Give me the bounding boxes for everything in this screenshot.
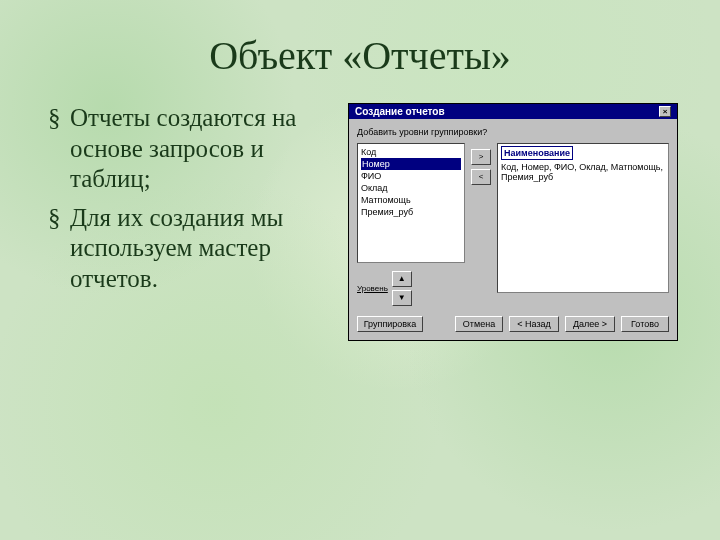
list-item[interactable]: Код xyxy=(361,146,461,158)
bullet-list: § Отчеты создаются на основе запросов и … xyxy=(48,103,328,341)
add-button[interactable]: > xyxy=(471,149,491,165)
dialog-titlebar[interactable]: Создание отчетов × xyxy=(349,104,677,119)
dialog-title: Создание отчетов xyxy=(355,106,445,117)
spacer xyxy=(429,316,449,332)
bullet-mark: § xyxy=(48,103,70,195)
list-item[interactable]: Оклад xyxy=(361,182,461,194)
tier-buttons: ▲ ▼ xyxy=(392,271,412,306)
priority-down-button[interactable]: ▼ xyxy=(392,290,412,306)
grouping-fields: Код, Номер, ФИО, Оклад, Матпомощь, Преми… xyxy=(501,162,665,182)
list-item[interactable]: Матпомощь xyxy=(361,194,461,206)
finish-button[interactable]: Готово xyxy=(621,316,669,332)
list-item[interactable]: ФИО xyxy=(361,170,461,182)
list-item[interactable]: Премия_руб xyxy=(361,206,461,218)
dialog-footer: Группировка Отмена < Назад Далее > Готов… xyxy=(357,306,669,332)
bullet-mark: § xyxy=(48,203,70,295)
close-icon[interactable]: × xyxy=(659,106,671,117)
grouping-header: Наименование xyxy=(501,146,573,160)
tier-label: Уровень xyxy=(357,284,388,293)
dialog-midrow: Код Номер ФИО Оклад Матпомощь Премия_руб… xyxy=(357,143,669,306)
list-item[interactable]: Номер xyxy=(361,158,461,170)
grouping-preview: Наименование Код, Номер, ФИО, Оклад, Мат… xyxy=(497,143,669,293)
bullet-text: Для их создания мы используем мастер отч… xyxy=(70,203,328,295)
fields-listbox[interactable]: Код Номер ФИО Оклад Матпомощь Премия_руб xyxy=(357,143,465,263)
slide-title: Объект «Отчеты» xyxy=(0,0,720,79)
bullet-text: Отчеты создаются на основе запросов и та… xyxy=(70,103,328,195)
wizard-dialog: Создание отчетов × Добавить уровни групп… xyxy=(348,103,678,341)
next-button[interactable]: Далее > xyxy=(565,316,615,332)
remove-button[interactable]: < xyxy=(471,169,491,185)
dialog-prompt: Добавить уровни группировки? xyxy=(357,127,669,137)
bullet-item: § Для их создания мы используем мастер о… xyxy=(48,203,328,295)
move-buttons: > < xyxy=(471,143,491,306)
back-button[interactable]: < Назад xyxy=(509,316,559,332)
tier-controls: Уровень ▲ ▼ xyxy=(357,271,465,306)
left-column: Код Номер ФИО Оклад Матпомощь Премия_руб… xyxy=(357,143,465,306)
grouping-button[interactable]: Группировка xyxy=(357,316,423,332)
dialog-body: Добавить уровни группировки? Код Номер Ф… xyxy=(349,119,677,340)
bullet-item: § Отчеты создаются на основе запросов и … xyxy=(48,103,328,195)
slide-content: § Отчеты создаются на основе запросов и … xyxy=(0,79,720,341)
priority-up-button[interactable]: ▲ xyxy=(392,271,412,287)
cancel-button[interactable]: Отмена xyxy=(455,316,503,332)
